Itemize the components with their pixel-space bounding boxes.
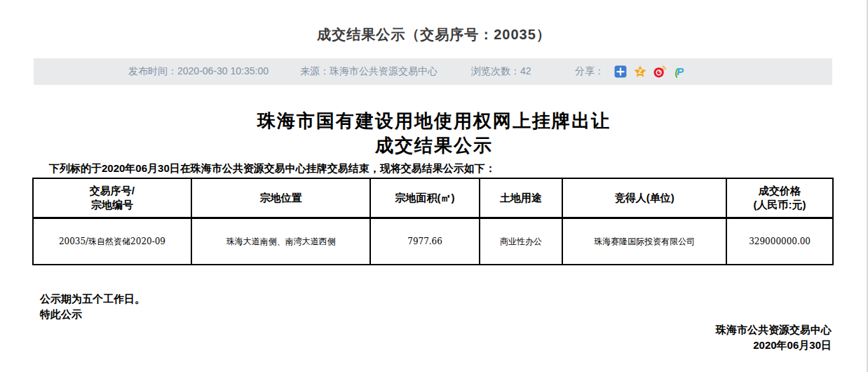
signature-date: 2020年06月30日	[716, 338, 832, 353]
closing-note: 公示期为五个工作日。 特此公示	[40, 291, 145, 322]
table-row: 20035/珠自然资储2020-09 珠海大道南侧、南湾大道西侧 7977.66…	[33, 218, 833, 265]
sina-weibo-icon[interactable]	[653, 65, 666, 78]
announcement-heading-line2: 成交结果公示	[0, 133, 868, 158]
cell-parcel-location: 珠海大道南侧、南湾大道西侧	[191, 218, 371, 265]
signature-block: 珠海市公共资源交易中心 2020年06月30日	[716, 322, 832, 353]
cell-winner: 珠海赛隆国际投资有限公司	[562, 218, 726, 265]
source-text: 来源：珠海市公共资源交易中心	[300, 65, 438, 78]
header-cell-transaction-no: 交易序号/ 宗地编号	[33, 178, 191, 218]
intro-paragraph: 下列标的于2020年06月30日在珠海市公共资源交易中心挂牌交易结束，现将交易结…	[32, 162, 834, 175]
cell-transaction-no: 20035/珠自然资储2020-09	[33, 218, 191, 265]
svg-text:P: P	[677, 66, 684, 77]
announcement-heading: 珠海市国有建设用地使用权网上挂牌出让 成交结果公示	[0, 109, 868, 158]
publish-time-text: 发布时间：2020-06-30 10:35:00	[128, 65, 269, 78]
signature-org: 珠海市公共资源交易中心	[716, 322, 832, 338]
header-cell-winner: 竞得人(单位)	[562, 178, 726, 218]
closing-line2: 特此公示	[40, 307, 145, 322]
cell-parcel-area: 7977.66	[370, 218, 479, 265]
header-cell-deal-price: 成交价格 (人民币:元)	[726, 178, 833, 218]
svg-text:Z: Z	[638, 68, 642, 75]
header-cell-land-use: 土地用途	[480, 178, 563, 218]
header-cell-parcel-location: 宗地位置	[191, 178, 371, 218]
results-table: 交易序号/ 宗地编号 宗地位置 宗地面积(㎡) 土地用途 竞得人(单位) 成交价…	[32, 178, 834, 265]
bshare-more-icon[interactable]	[614, 65, 627, 78]
share-label: 分享：	[575, 65, 604, 78]
page-title: 成交结果公示（交易序号：20035）	[0, 25, 868, 44]
table-header-row: 交易序号/ 宗地编号 宗地位置 宗地面积(㎡) 土地用途 竞得人(单位) 成交价…	[33, 178, 833, 218]
tencent-pengyou-icon[interactable]: P	[673, 65, 686, 78]
closing-line1: 公示期为五个工作日。	[40, 291, 145, 307]
header-cell-parcel-area: 宗地面积(㎡)	[370, 178, 479, 218]
cell-land-use: 商业性办公	[480, 218, 563, 265]
views-count-text: 浏览次数：42	[471, 65, 531, 78]
meta-bar: 发布时间：2020-06-30 10:35:00 来源：珠海市公共资源交易中心 …	[34, 58, 832, 85]
cell-deal-price: 329000000.00	[726, 218, 833, 265]
qzone-icon[interactable]: Z	[634, 65, 646, 78]
announcement-heading-line1: 珠海市国有建设用地使用权网上挂牌出让	[0, 109, 868, 133]
share-icons-group: Z P	[614, 65, 686, 78]
